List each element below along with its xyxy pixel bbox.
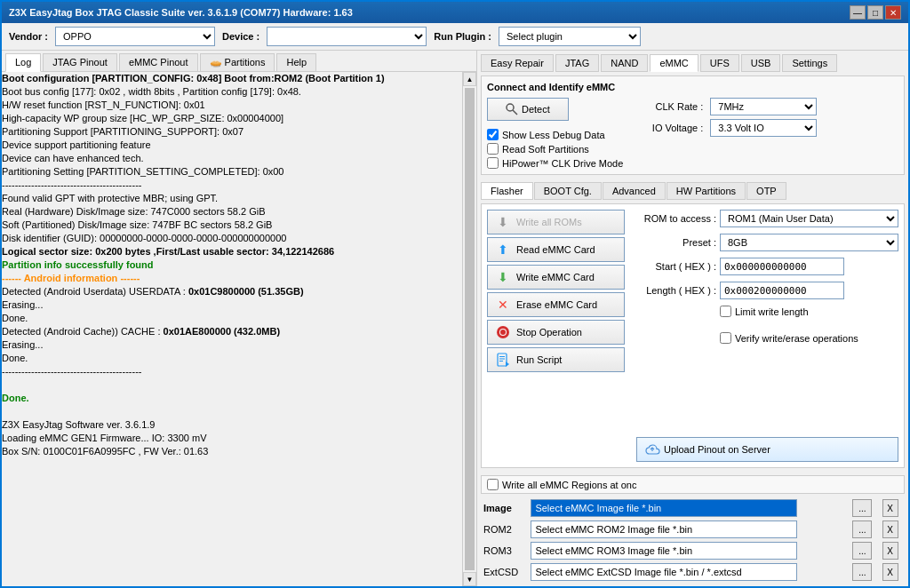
rom2-browse-button[interactable]: ... [852, 520, 872, 538]
close-button[interactable]: ✕ [885, 5, 901, 20]
cb-limit-write[interactable] [720, 306, 731, 317]
cloud-upload-icon [644, 441, 660, 457]
flasher-tab-boot[interactable]: BOOT Cfg. [534, 182, 602, 200]
log-line: Partitioning Support [PARTITIONING_SUPPO… [2, 125, 462, 139]
rom2-clear-button[interactable]: X [882, 520, 898, 538]
cb-read-soft[interactable] [487, 143, 499, 155]
cb-hipower[interactable] [487, 157, 499, 169]
tab-easy-repair[interactable]: Easy Repair [481, 54, 554, 72]
image-clear-button[interactable]: X [882, 499, 898, 517]
tab-settings[interactable]: Settings [782, 54, 837, 72]
left-tab-bar: Log JTAG Pinout eMMC Pinout 🥧 Partitions… [2, 51, 476, 72]
tab-ufs[interactable]: UFS [700, 54, 739, 72]
emmc-section: Connect and Identify eMMC Detect [481, 75, 905, 583]
log-line: Done. [2, 392, 462, 405]
search-icon [506, 103, 518, 115]
start-input[interactable] [720, 258, 844, 275]
log-line: Done. [2, 312, 462, 325]
svg-point-4 [500, 330, 506, 335]
rom2-input[interactable] [531, 520, 797, 538]
tab-emmc[interactable]: eMMC [650, 54, 698, 72]
flasher-tab-advanced[interactable]: Advanced [603, 182, 666, 200]
upload-icon: ⬆ [495, 242, 511, 258]
scroll-up[interactable]: ▲ [463, 72, 476, 86]
stop-operation-button[interactable]: Stop Operation [487, 320, 625, 345]
left-panel: Log JTAG Pinout eMMC Pinout 🥧 Partitions… [2, 51, 477, 586]
cb-show-less-label: Show Less Debug Data [502, 130, 605, 140]
read-emmc-button[interactable]: ⬆ Read eMMC Card [487, 237, 625, 262]
vendor-label: Vendor : [9, 31, 48, 42]
cb-verify[interactable] [720, 332, 731, 344]
cb-read-soft-label: Read Soft Partitions [502, 144, 589, 155]
extcsd-input[interactable] [531, 563, 797, 581]
stop-operation-label: Stop Operation [516, 327, 582, 338]
log-area[interactable]: Boot configuration [PARTITION_CONFIG: 0x… [2, 72, 462, 586]
tab-jtag[interactable]: JTAG [555, 54, 599, 72]
extcsd-row: ExtCSD ... X [481, 561, 905, 583]
cb-show-less[interactable] [487, 129, 499, 140]
connect-section: Connect and Identify eMMC Detect [481, 75, 905, 175]
run-script-label: Run Script [516, 354, 562, 365]
flasher-tab-flasher[interactable]: Flasher [481, 182, 533, 200]
log-line: Done. [2, 352, 462, 365]
run-script-button[interactable]: Run Script [487, 347, 625, 372]
extcsd-clear-button[interactable]: X [882, 563, 898, 581]
image-input[interactable] [531, 499, 797, 517]
upload-pinout-button[interactable]: Upload Pinout on Server [636, 437, 898, 462]
image-browse-button[interactable]: ... [852, 499, 872, 517]
connect-title: Connect and Identify eMMC [487, 82, 898, 92]
rom-select[interactable]: ROM1 (Main User Data) [720, 210, 898, 227]
length-input[interactable] [720, 282, 844, 299]
tab-log[interactable]: Log [5, 53, 41, 72]
clk-label: CLK Rate : [641, 101, 703, 112]
flasher-content: ⬇ Write all ROMs ⬆ Read eMMC Card ⬇ Writ… [481, 203, 905, 468]
start-row: Start ( HEX ) : [636, 258, 898, 275]
log-line: Z3X EasyJtag Software ver. 3.6.1.9 [2, 418, 462, 432]
cb-hipower-row: HiPower™ CLK Drive Mode [487, 157, 623, 169]
tab-usb[interactable]: USB [741, 54, 781, 72]
length-label: Length ( HEX ) : [636, 285, 716, 296]
tab-help[interactable]: Help [276, 53, 316, 71]
preset-select[interactable]: 8GB [720, 234, 898, 251]
tab-nand[interactable]: NAND [601, 54, 648, 72]
log-line: Device support partitioning feature [2, 139, 462, 152]
extcsd-browse-button[interactable]: ... [852, 563, 872, 581]
minimize-button[interactable]: — [850, 5, 866, 20]
scroll-down[interactable]: ▼ [463, 572, 476, 586]
clk-row: CLK Rate : 7MHz [641, 98, 817, 115]
maximize-button[interactable]: □ [867, 5, 883, 20]
verify-row: Verify write/erase operations [720, 332, 898, 344]
scroll-thumb[interactable] [465, 88, 475, 570]
detect-button[interactable]: Detect [487, 98, 569, 121]
device-select[interactable] [267, 27, 427, 46]
rom3-input[interactable] [531, 542, 797, 560]
start-label: Start ( HEX ) : [636, 261, 716, 272]
svg-rect-8 [499, 361, 503, 362]
script-icon [495, 352, 511, 368]
log-line: Erasing... [2, 298, 462, 312]
flasher-tab-otp[interactable]: OTP [746, 182, 786, 200]
log-line: Partitioning Setting [PARTITION_SETTING_… [2, 165, 462, 179]
rom3-browse-button[interactable]: ... [852, 542, 872, 560]
erase-emmc-button[interactable]: ✕ Erase eMMC Card [487, 292, 625, 317]
log-scrollbar[interactable]: ▲ ▼ [462, 72, 476, 586]
io-select[interactable]: 3.3 Volt IO [710, 119, 817, 137]
erase-icon: ✕ [495, 297, 511, 313]
plugin-select[interactable]: Select plugin [499, 27, 641, 46]
cb-write-all[interactable] [487, 479, 499, 490]
tab-emmc-pinout[interactable]: eMMC Pinout [119, 53, 198, 71]
write-emmc-button[interactable]: ⬇ Write eMMC Card [487, 265, 625, 290]
tab-jtag-pinout[interactable]: JTAG Pinout [43, 53, 117, 71]
log-line: Soft (Partitioned) Disk/Image size: 747B… [2, 219, 462, 232]
write-emmc-label: Write eMMC Card [516, 272, 595, 282]
clk-select[interactable]: 7MHz [710, 98, 817, 115]
log-line: High-capacity WP group size [HC_WP_GRP_S… [2, 112, 462, 125]
tab-partitions[interactable]: 🥧 Partitions [200, 53, 275, 71]
log-line: Found valid GPT with protective MBR; usi… [2, 192, 462, 205]
rom3-clear-button[interactable]: X [882, 542, 898, 560]
image-table: Image ... X ROM2 ... X ROM3 [481, 497, 905, 583]
flasher-tab-hw-partitions[interactable]: HW Partitions [667, 182, 746, 200]
write-all-roms-button[interactable]: ⬇ Write all ROMs [487, 210, 625, 234]
log-line: Loading eMMC GEN1 Firmware... IO: 3300 m… [2, 432, 462, 445]
vendor-select[interactable]: OPPO [55, 27, 215, 46]
